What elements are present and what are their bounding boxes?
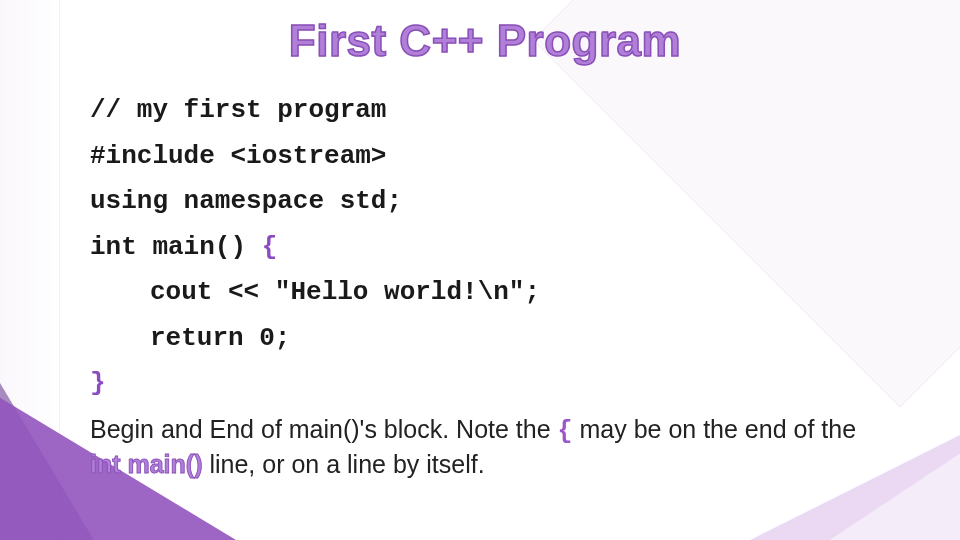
open-brace: { [262,232,278,262]
code-line-comment: // my first program [90,88,880,134]
explanation-text: Begin and End of main()'s block. Note th… [90,413,880,480]
code-line-include: #include <iostream> [90,134,880,180]
slide-content: First C++ Program // my first program #i… [0,0,960,540]
code-line-cout: cout << "Hello world!\n"; [90,270,880,316]
note-brace: { [558,417,573,446]
note-intmain: int main() [90,450,203,478]
note-part3: line, or on a line by itself. [203,450,485,478]
slide-title: First C++ Program [90,18,880,64]
code-line-using: using namespace std; [90,179,880,225]
note-part1: Begin and End of main()'s block. Note th… [90,415,558,443]
code-line-return: return 0; [90,316,880,362]
code-line-close: } [90,361,880,407]
code-block: // my first program #include <iostream> … [90,88,880,407]
note-part2: may be on the end of the [573,415,857,443]
code-main-sig: int main() [90,232,262,262]
close-brace: } [90,368,106,398]
code-line-main: int main() { [90,225,880,271]
